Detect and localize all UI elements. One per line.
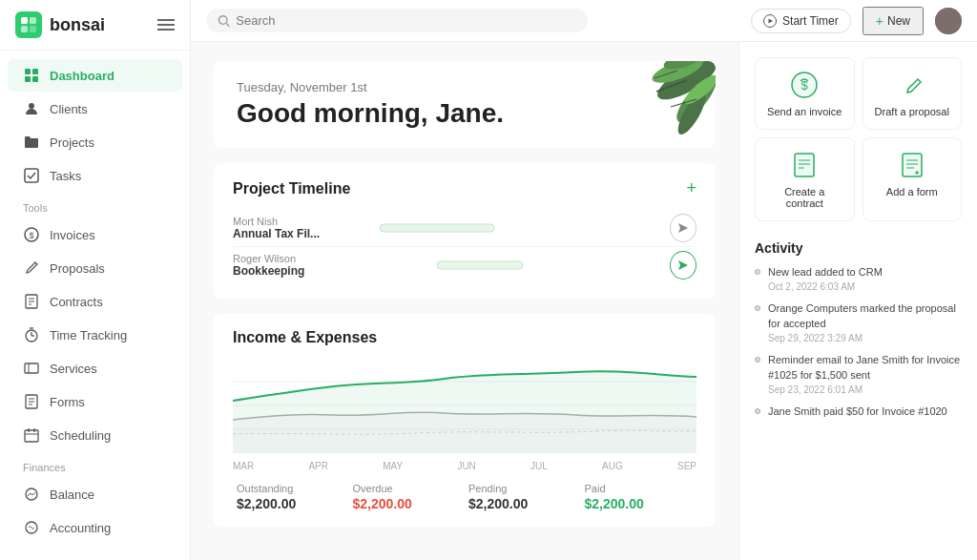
activity-content: Jane Smith paid $50 for Invoice #1020 [768,404,962,421]
sidebar-item-clients[interactable]: Clients [8,93,182,125]
sidebar-item-label: Forms [50,395,85,409]
stat-label: Overdue [353,483,462,494]
clients-icon [23,100,40,117]
action-label: Draft a proposal [875,106,949,117]
timeline-person: Mort Nish [233,216,328,227]
services-icon [23,360,40,377]
send-icon[interactable] [670,214,696,242]
chart-label: MAY [383,461,403,471]
activity-title: Activity [755,240,962,256]
activity-content: Orange Computers marked the proposal for… [768,301,962,343]
list-item: Orange Computers marked the proposal for… [755,301,962,343]
sidebar-item-services[interactable]: Services [8,352,182,384]
action-create-contract[interactable]: Create a contract [755,137,855,221]
timeline-project: Bookkeeping [233,264,328,278]
invoices-icon: $ [23,226,40,243]
list-item: Reminder email to Jane Smith for Invoice… [755,353,962,395]
sidebar-item-invoices[interactable]: $ Invoices [8,218,182,251]
sidebar-item-label: Invoices [50,228,95,242]
sidebar-item-projects[interactable]: Projects [8,126,182,158]
time-tracking-icon [23,326,40,343]
svg-marker-35 [769,18,774,23]
stat-value: $2,200.00 [237,496,345,511]
svg-rect-9 [25,169,38,182]
logo-text: bonsai [50,15,105,35]
section-header: Project Timeline + [233,178,696,198]
income-chart [233,358,696,453]
tasks-icon [23,167,40,184]
sidebar-item-scheduling[interactable]: Scheduling [8,419,182,451]
activity-text: Reminder email to Jane Smith for Invoice… [768,353,962,383]
sidebar-item-label: Contracts [50,295,103,309]
svg-rect-7 [32,76,38,82]
sidebar-item-label: Dashboard [50,69,114,83]
hamburger-menu[interactable] [157,19,175,31]
stats-row: Outstanding $2,200.00 Overdue $2,200.00 … [233,483,696,511]
activity-text: New lead added to CRM [768,265,962,280]
svg-rect-2 [21,26,28,32]
activity-text: Orange Computers marked the proposal for… [768,301,962,331]
avatar [935,8,962,34]
finances-section-label: Finances [0,452,190,477]
activity-content: New lead added to CRM Oct 2, 2022 6:03 A… [768,265,962,292]
svg-rect-45 [380,224,494,232]
svg-rect-5 [32,69,38,74]
chart-label: JUL [530,461,548,471]
new-button[interactable]: + New [863,7,924,35]
sidebar-item-proposals[interactable]: Proposals [8,252,182,284]
stat-label: Pending [468,483,577,494]
timeline-info: Roger Wilson Bookkeeping [233,253,328,278]
timeline-bar [338,254,696,277]
start-timer-button[interactable]: Start Timer [751,9,851,33]
search-icon [218,14,230,28]
sidebar: bonsai Dashboard Cl [0,0,191,560]
forms-icon [23,393,40,410]
invoice-action-icon: $ [789,70,820,100]
sidebar-item-forms[interactable]: Forms [8,385,182,418]
new-label: New [887,14,910,28]
timeline-bar [338,217,696,239]
chart-label: AUG [602,461,623,471]
stat-value: $2,200.00 [353,496,462,511]
sidebar-item-time-tracking[interactable]: Time Tracking [8,319,182,351]
sidebar-item-balance[interactable]: Balance [8,478,182,510]
chart-labels: MAR APR MAY JUN JUL AUG SEP [233,461,696,471]
sidebar-item-contracts[interactable]: Contracts [8,285,182,318]
stat-outstanding: Outstanding $2,200.00 [233,483,349,511]
contracts-icon [23,293,40,310]
activity-time: Oct 2, 2022 6:03 AM [768,281,962,292]
chart-label: JUN [457,461,475,471]
list-item: Jane Smith paid $50 for Invoice #1020 [755,404,962,421]
sidebar-item-accounting[interactable]: Accounting [8,511,182,544]
topbar: Start Timer + New [191,0,977,42]
sidebar-item-dashboard[interactable]: Dashboard [8,59,182,92]
chart-label: APR [308,461,328,471]
action-send-invoice[interactable]: $ Send an invoice [755,57,855,130]
projects-icon [23,134,40,151]
sidebar-item-label: Proposals [50,261,105,276]
topbar-right: Start Timer + New [751,7,962,35]
search-input[interactable] [236,13,576,28]
search-box[interactable] [206,9,588,32]
svg-rect-3 [30,26,36,32]
activity-time: Sep 29, 2022 3:29 AM [768,333,962,343]
sidebar-item-tasks[interactable]: Tasks [8,159,182,192]
sidebar-item-label: Tasks [50,169,81,183]
timeline-person: Roger Wilson [233,253,328,264]
stat-overdue: Overdue $2,200.00 [349,483,466,511]
action-add-form[interactable]: Add a form [863,137,963,221]
activity-time: Sep 23, 2022 6:01 AM [768,384,962,395]
add-timeline-button[interactable]: + [686,178,696,198]
action-label: Send an invoice [767,106,842,117]
quick-actions: $ Send an invoice Draft a proposal [755,57,962,221]
play-icon [763,14,777,28]
sidebar-item-label: Services [50,362,97,376]
action-draft-proposal[interactable]: Draft a proposal [863,57,963,130]
activity-dot [755,357,760,363]
content: Tuesday, November 1st Good morning, Jane… [191,42,977,560]
plus-icon: + [876,13,883,29]
logo-area: bonsai [0,0,190,51]
right-panel: $ Send an invoice Draft a proposal [738,42,977,560]
send-icon[interactable] [670,251,696,280]
income-title: Income & Expenses [233,329,377,346]
